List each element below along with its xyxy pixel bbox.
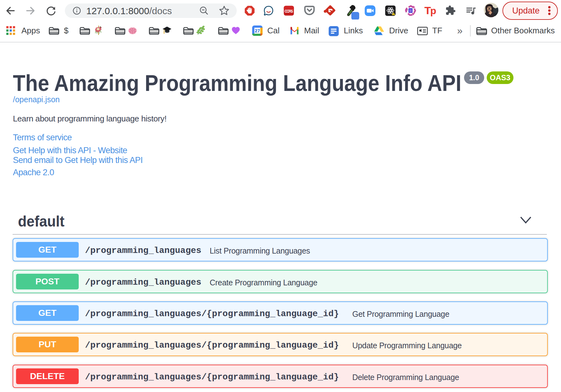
svg-text:CORS: CORS (285, 9, 293, 14)
svg-text:27: 27 (255, 28, 260, 33)
svg-text:!: ! (393, 13, 394, 15)
